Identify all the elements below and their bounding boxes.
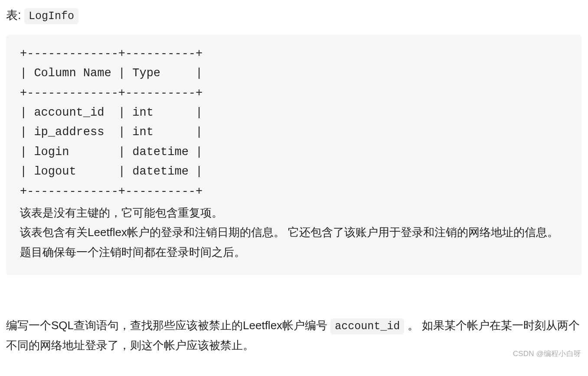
schema-ascii: +-------------+----------+ | Column Name… (20, 44, 568, 201)
watermark: CSDN @编程小白呀 (513, 349, 581, 359)
schema-desc-line1: 该表是没有主键的，它可能包含重复项。 (20, 203, 568, 223)
question-part1: 编写一个SQL查询语句，查找那些应该被禁止的Leetflex帐户编号 (6, 319, 330, 332)
question-paragraph: 编写一个SQL查询语句，查找那些应该被禁止的Leetflex帐户编号 accou… (6, 316, 582, 355)
schema-desc-line2: 该表包含有关Leetflex帐户的登录和注销日期的信息。 它还包含了该账户用于登… (20, 223, 568, 243)
schema-description: 该表是没有主键的，它可能包含重复项。 该表包含有关Leetflex帐户的登录和注… (20, 203, 568, 263)
schema-desc-line3: 题目确保每一个注销时间都在登录时间之后。 (20, 243, 568, 263)
schema-block: +-------------+----------+ | Column Name… (6, 35, 582, 275)
title-line: 表: LogInfo (6, 6, 582, 25)
title-prefix: 表: (6, 9, 24, 22)
table-name-code: LogInfo (24, 8, 78, 24)
question-code: account_id (330, 318, 404, 334)
